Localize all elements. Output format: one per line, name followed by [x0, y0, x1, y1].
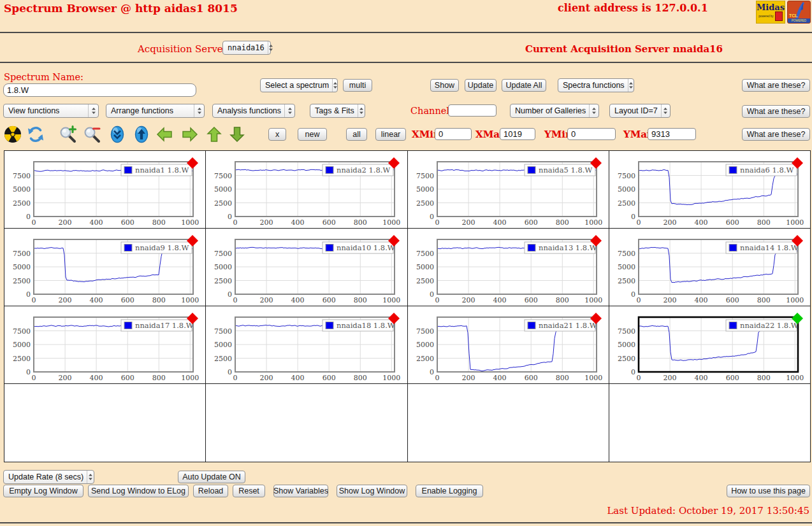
spectrum-plot-nnaida18[interactable]: 025005000750002004006008001000nnaida18 1…: [206, 306, 407, 384]
reset-button[interactable]: Reset: [233, 485, 265, 497]
spectrum-plot-nnaida9[interactable]: 025005000750002004006008001000nnaida9 1.…: [4, 229, 206, 306]
xmin-input[interactable]: [435, 128, 472, 140]
show-variables-button[interactable]: Show Variables: [273, 485, 328, 497]
plot-legend: nnaida5 1.8.W: [525, 164, 595, 176]
tags-and-fits-dropdown[interactable]: Tags & Fits: [310, 104, 365, 118]
arrange-functions-dropdown[interactable]: Arrange functions: [106, 104, 205, 118]
number-of-galleries-dropdown[interactable]: Number of Galleries: [510, 104, 599, 118]
select-a-spectrum-dropdown[interactable]: Select a spectrum: [260, 78, 338, 92]
svg-text:200: 200: [461, 374, 475, 382]
svg-text:nnaida17 1.8.W: nnaida17 1.8.W: [135, 321, 194, 330]
update-rate-dropdown[interactable]: Update Rate (8 secs): [3, 470, 94, 484]
arrow-down-icon[interactable]: [228, 125, 246, 143]
zoom-in-icon[interactable]: [59, 125, 76, 143]
spectrum-plot-nnaida22[interactable]: 025005000750002004006008001000nnaida22 1…: [609, 306, 811, 384]
svg-text:0: 0: [430, 290, 434, 299]
what-are-these-button-3[interactable]: What are these?: [742, 128, 810, 141]
auto-update-button[interactable]: Auto Update ON: [178, 471, 245, 483]
update-all-button[interactable]: Update All: [502, 79, 546, 92]
channel-input[interactable]: [448, 104, 497, 117]
spectrum-chart[interactable]: 025005000750002004006008001000nnaida5 1.…: [408, 151, 609, 229]
xmax-input[interactable]: [500, 128, 535, 140]
svg-text:7500: 7500: [214, 327, 232, 336]
layout-id-dropdown[interactable]: Layout ID=7: [609, 104, 671, 118]
svg-text:0: 0: [430, 368, 434, 376]
spectrum-chart[interactable]: 025005000750002004006008001000nnaida17 1…: [4, 306, 206, 384]
spectrum-plot-nnaida10[interactable]: 025005000750002004006008001000nnaida10 1…: [206, 229, 407, 306]
expand-vertical-icon[interactable]: [133, 125, 150, 143]
new-button[interactable]: new: [298, 128, 327, 141]
spectrum-chart[interactable]: 025005000750002004006008001000nnaida14 1…: [609, 229, 811, 306]
spectra-gallery-grid: 025005000750002004006008001000nnaida1 1.…: [4, 150, 811, 462]
select-spinner-icon: [589, 104, 598, 117]
ymax-input[interactable]: [648, 128, 696, 140]
acquisition-servers-label: Acquisition Servers: [138, 43, 233, 55]
spectrum-chart[interactable]: 025005000750002004006008001000nnaida6 1.…: [609, 151, 811, 229]
svg-text:400: 400: [90, 296, 103, 304]
spectrum-plot-nnaida2[interactable]: 025005000750002004006008001000nnaida2 1.…: [206, 151, 407, 229]
spectrum-plot-nnaida17[interactable]: 025005000750002004006008001000nnaida17 1…: [4, 306, 206, 384]
svg-text:0: 0: [26, 368, 31, 376]
send-log-window-to-elog-button[interactable]: Send Log Window to ELog: [88, 485, 189, 497]
svg-text:2500: 2500: [618, 355, 635, 363]
enable-logging-button[interactable]: Enable Logging: [416, 485, 483, 497]
acquisition-server-select[interactable]: nnaida16: [222, 41, 271, 55]
zoom-out-icon[interactable]: [83, 125, 101, 143]
x-button[interactable]: x: [268, 128, 286, 141]
svg-text:0: 0: [435, 374, 439, 382]
ymin-input[interactable]: [567, 128, 616, 140]
spectrum-chart[interactable]: 025005000750002004006008001000nnaida13 1…: [408, 229, 609, 306]
spectrum-chart[interactable]: 025005000750002004006008001000nnaida18 1…: [206, 306, 407, 384]
spectrum-chart[interactable]: 025005000750002004006008001000nnaida1 1.…: [4, 151, 206, 229]
spectra-functions-dropdown[interactable]: Spectra functions: [558, 78, 634, 92]
svg-text:800: 800: [555, 218, 569, 227]
what-are-these-button-1[interactable]: What are these?: [742, 79, 810, 92]
refresh-icon[interactable]: [27, 125, 45, 143]
multi-button[interactable]: multi: [343, 79, 372, 92]
spectrum-plot-nnaida21[interactable]: 025005000750002004006008001000nnaida21 1…: [408, 306, 609, 384]
collapse-vertical-icon[interactable]: [108, 125, 126, 143]
svg-text:nnaida6 1.8.W: nnaida6 1.8.W: [740, 166, 794, 174]
all-button[interactable]: all: [346, 128, 367, 141]
analysis-functions-dropdown[interactable]: Analysis functions: [212, 104, 295, 118]
spectrum-plot-nnaida14[interactable]: 025005000750002004006008001000nnaida14 1…: [609, 229, 811, 306]
show-log-window-button[interactable]: Show Log Window: [337, 485, 407, 497]
how-to-use-this-page-button[interactable]: How to use this page: [727, 485, 810, 497]
spectrum-plot-nnaida13[interactable]: 025005000750002004006008001000nnaida13 1…: [408, 229, 609, 306]
update-button[interactable]: Update: [465, 79, 497, 92]
svg-text:1000: 1000: [181, 218, 199, 227]
empty-log-window-button[interactable]: Empty Log Window: [3, 485, 83, 497]
show-button[interactable]: Show: [430, 79, 459, 92]
arrow-left-icon[interactable]: [156, 125, 173, 143]
svg-text:1000: 1000: [584, 218, 602, 227]
svg-text:5000: 5000: [416, 341, 434, 349]
spectrum-chart[interactable]: 025005000750002004006008001000nnaida10 1…: [206, 229, 407, 306]
svg-text:200: 200: [59, 218, 72, 227]
radiation-icon[interactable]: [4, 125, 22, 143]
reload-button[interactable]: Reload: [193, 485, 228, 497]
svg-text:0: 0: [233, 374, 238, 382]
spectrum-chart[interactable]: 025005000750002004006008001000nnaida9 1.…: [4, 229, 206, 306]
svg-text:400: 400: [493, 374, 506, 382]
what-are-these-button-2[interactable]: What are these?: [742, 105, 810, 118]
view-functions-dropdown[interactable]: View functions: [3, 104, 99, 118]
svg-text:0: 0: [636, 374, 641, 382]
legend-swatch: [528, 322, 535, 329]
svg-text:2500: 2500: [214, 277, 232, 285]
empty-gallery-cell: [408, 384, 609, 462]
spectrum-plot-nnaida1[interactable]: 025005000750002004006008001000nnaida1 1.…: [4, 151, 206, 229]
plot-legend: nnaida18 1.8.W: [323, 320, 395, 331]
arrow-up-icon[interactable]: [205, 125, 223, 143]
arrow-right-icon[interactable]: [181, 125, 199, 143]
svg-text:5000: 5000: [416, 263, 434, 271]
svg-text:0: 0: [228, 368, 232, 376]
spectrum-plot-nnaida6[interactable]: 025005000750002004006008001000nnaida6 1.…: [609, 151, 811, 229]
spectrum-chart[interactable]: 025005000750002004006008001000nnaida21 1…: [408, 306, 609, 384]
plot-legend: nnaida1 1.8.W: [121, 164, 192, 176]
spectrum-chart[interactable]: 025005000750002004006008001000nnaida22 1…: [609, 306, 811, 384]
spectrum-name-input[interactable]: [3, 83, 196, 97]
select-spinner-icon: [194, 104, 204, 117]
spectrum-plot-nnaida5[interactable]: 025005000750002004006008001000nnaida5 1.…: [408, 151, 609, 229]
linear-button[interactable]: linear: [375, 128, 406, 141]
spectrum-chart[interactable]: 025005000750002004006008001000nnaida2 1.…: [206, 151, 407, 229]
